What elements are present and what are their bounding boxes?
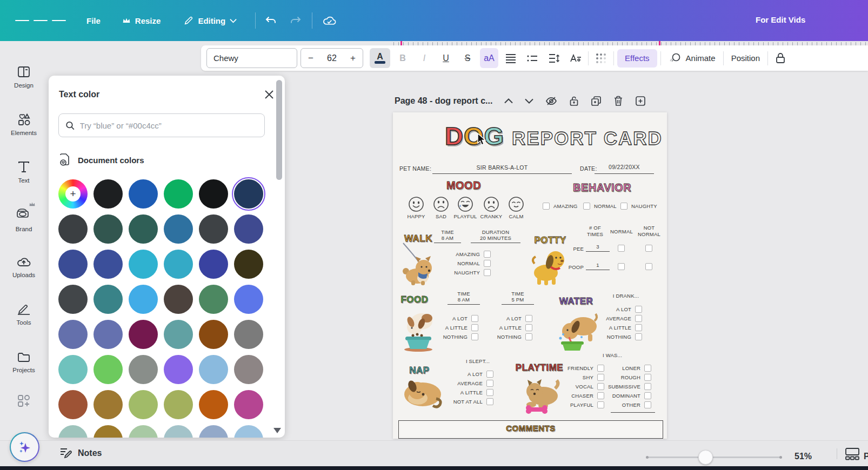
sidebar-item-brand[interactable]: Brand bbox=[3, 196, 44, 243]
color-swatch[interactable] bbox=[129, 214, 158, 244]
color-swatch[interactable] bbox=[234, 390, 263, 419]
color-swatch[interactable] bbox=[129, 390, 158, 419]
page-title[interactable]: Page 48 - dog report c... bbox=[395, 96, 492, 106]
project-name[interactable]: For Edit Vids bbox=[756, 15, 805, 24]
color-swatch[interactable] bbox=[129, 425, 158, 438]
color-swatch[interactable] bbox=[58, 285, 88, 314]
panel-scrollbar[interactable] bbox=[276, 80, 282, 180]
color-swatch[interactable] bbox=[199, 390, 228, 419]
color-swatch[interactable] bbox=[164, 425, 193, 438]
color-swatch[interactable] bbox=[94, 425, 123, 438]
line-spacing-button[interactable] bbox=[545, 48, 563, 68]
color-swatch[interactable] bbox=[199, 425, 228, 438]
color-swatch[interactable] bbox=[234, 320, 263, 349]
color-swatch[interactable] bbox=[164, 250, 193, 279]
color-swatch[interactable] bbox=[199, 250, 228, 279]
editing-mode-dropdown[interactable]: Editing bbox=[184, 16, 237, 25]
color-swatch[interactable] bbox=[129, 179, 158, 209]
color-swatch[interactable] bbox=[129, 320, 158, 349]
italic-button[interactable]: I bbox=[415, 48, 433, 68]
notes-button[interactable]: Notes bbox=[59, 447, 102, 459]
zoom-percentage[interactable]: 51% bbox=[794, 452, 812, 461]
color-swatch[interactable] bbox=[234, 425, 263, 438]
zoom-slider[interactable] bbox=[647, 456, 781, 458]
color-swatch[interactable] bbox=[234, 179, 263, 209]
lock-page-button[interactable] bbox=[569, 96, 579, 106]
scroll-down-arrow[interactable] bbox=[273, 428, 281, 433]
color-swatch[interactable] bbox=[58, 390, 88, 419]
color-swatch[interactable] bbox=[94, 320, 123, 349]
main-menu-button[interactable] bbox=[15, 17, 66, 24]
letter-spacing-button[interactable] bbox=[566, 48, 585, 68]
color-swatch[interactable] bbox=[164, 285, 193, 314]
design-page[interactable]: DOG REPORT CARD PET NAME: SIR BARKS-A-LO… bbox=[393, 112, 667, 439]
color-swatch[interactable] bbox=[58, 355, 88, 384]
add-page-button[interactable] bbox=[635, 96, 646, 106]
color-swatch[interactable] bbox=[129, 250, 158, 279]
color-swatch[interactable] bbox=[94, 390, 123, 419]
color-swatch[interactable] bbox=[164, 320, 193, 349]
color-swatch[interactable] bbox=[94, 214, 123, 244]
hide-page-button[interactable] bbox=[545, 96, 557, 106]
move-page-down-button[interactable] bbox=[525, 98, 533, 104]
redo-button[interactable] bbox=[289, 14, 302, 27]
bold-button[interactable]: B bbox=[393, 48, 412, 68]
close-panel-button[interactable] bbox=[262, 88, 276, 102]
color-swatch[interactable] bbox=[58, 250, 88, 279]
grid-view-button[interactable] bbox=[845, 447, 860, 462]
color-swatch[interactable] bbox=[199, 285, 228, 314]
color-swatch[interactable] bbox=[94, 285, 123, 314]
color-swatch[interactable] bbox=[94, 355, 123, 384]
color-swatch[interactable] bbox=[94, 250, 123, 279]
list-button[interactable] bbox=[523, 48, 542, 68]
zoom-slider-thumb[interactable] bbox=[698, 450, 713, 465]
position-button[interactable]: Position bbox=[727, 53, 764, 63]
delete-page-button[interactable] bbox=[613, 96, 623, 106]
sidebar-item-text[interactable]: Text bbox=[3, 148, 44, 196]
underline-button[interactable]: U bbox=[437, 48, 455, 68]
animate-button[interactable]: Animate bbox=[664, 52, 720, 64]
effects-button[interactable]: Effects bbox=[617, 49, 657, 68]
color-swatch[interactable] bbox=[58, 320, 88, 349]
add-color-button[interactable]: + bbox=[58, 179, 88, 209]
color-swatch[interactable] bbox=[199, 179, 228, 209]
magic-assistant-button[interactable] bbox=[10, 432, 39, 462]
color-swatch[interactable] bbox=[234, 250, 263, 279]
color-swatch[interactable] bbox=[199, 320, 228, 349]
color-swatch[interactable] bbox=[164, 355, 193, 384]
color-swatch[interactable] bbox=[199, 214, 228, 244]
lock-button[interactable] bbox=[771, 48, 790, 68]
text-color-button[interactable]: A bbox=[370, 48, 390, 68]
sidebar-item-design[interactable]: Design bbox=[3, 53, 44, 100]
sidebar-item-projects[interactable]: Projects bbox=[3, 338, 44, 386]
font-size-value[interactable]: 62 bbox=[327, 53, 337, 63]
color-swatch[interactable] bbox=[129, 355, 158, 384]
font-size-increase-button[interactable]: + bbox=[349, 53, 357, 64]
strikethrough-button[interactable]: S bbox=[458, 48, 477, 68]
color-swatch[interactable] bbox=[164, 179, 193, 209]
sidebar-item-elements[interactable]: Elements bbox=[3, 100, 44, 148]
text-case-button[interactable]: aA bbox=[480, 48, 498, 68]
move-page-up-button[interactable] bbox=[504, 98, 513, 104]
card-title[interactable]: DOG REPORT CARD bbox=[445, 123, 663, 149]
font-family-selector[interactable]: Chewy bbox=[206, 48, 297, 68]
color-swatch[interactable] bbox=[58, 425, 88, 438]
comments-section[interactable]: COMMENTS bbox=[398, 420, 663, 439]
font-size-decrease-button[interactable]: − bbox=[306, 53, 315, 64]
color-swatch[interactable] bbox=[164, 214, 193, 244]
undo-button[interactable] bbox=[264, 14, 277, 27]
sidebar-item-tools[interactable]: Tools bbox=[3, 291, 44, 338]
file-menu-button[interactable]: File bbox=[86, 16, 101, 25]
color-swatch[interactable] bbox=[94, 179, 123, 209]
color-swatch[interactable] bbox=[58, 214, 88, 244]
color-swatch[interactable] bbox=[234, 214, 263, 244]
resize-button[interactable]: Resize bbox=[122, 16, 161, 25]
color-swatch[interactable] bbox=[234, 355, 263, 384]
sidebar-item-apps[interactable] bbox=[3, 386, 44, 416]
color-swatch[interactable] bbox=[164, 390, 193, 419]
color-swatch[interactable] bbox=[199, 355, 228, 384]
save-status-button[interactable] bbox=[322, 14, 337, 27]
duplicate-page-button[interactable] bbox=[591, 96, 602, 106]
color-swatch[interactable] bbox=[234, 285, 263, 314]
alignment-button[interactable] bbox=[502, 48, 520, 68]
